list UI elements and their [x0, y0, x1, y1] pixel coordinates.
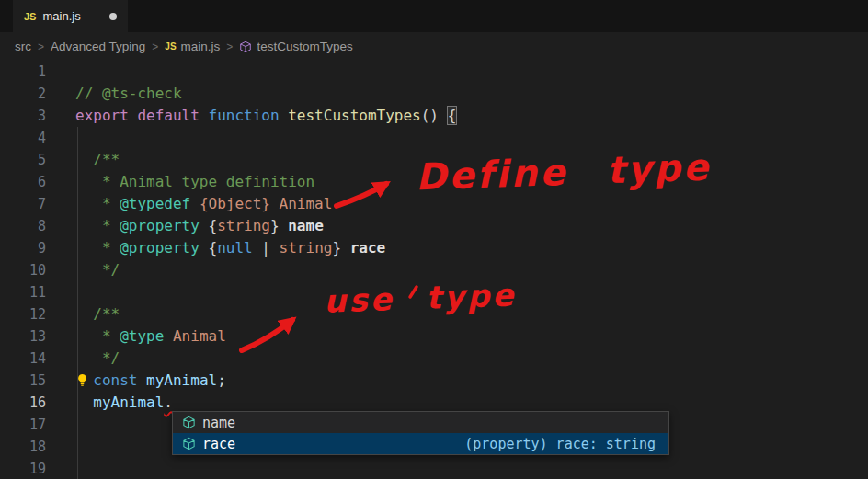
- code-text: */: [46, 348, 120, 370]
- line-number: 15: [0, 372, 46, 389]
- code-line-9[interactable]: 9 * @property {null | string} race: [0, 237, 868, 259]
- line-number: 8: [0, 218, 46, 234]
- chevron-right-icon: >: [38, 40, 44, 53]
- suggest-item-name[interactable]: name: [173, 412, 668, 433]
- code-line-15[interactable]: 15 const myAnimal;: [0, 370, 868, 392]
- line-number: 11: [0, 284, 46, 301]
- code-line-4[interactable]: 4: [0, 127, 868, 149]
- breadcrumb-main-js[interactable]: JS main.js: [165, 40, 220, 53]
- javascript-icon: JS: [165, 41, 176, 51]
- code-text: export default function testCustomTypes(…: [46, 105, 456, 127]
- line-number: 19: [0, 461, 46, 477]
- line-number: 4: [0, 130, 46, 146]
- line-number: 17: [0, 416, 46, 433]
- line-number: 14: [0, 350, 46, 367]
- code-line-1[interactable]: 1: [0, 61, 868, 83]
- code-text: myAnimal.: [46, 392, 173, 414]
- line-number: 9: [0, 240, 46, 257]
- line-number: 10: [0, 262, 46, 279]
- breadcrumb: src > Advanced Typing > JS main.js > tes…: [0, 32, 868, 61]
- code-line-12[interactable]: 12 /**: [0, 303, 868, 325]
- breadcrumb-label: main.js: [181, 40, 221, 53]
- code-line-6[interactable]: 6 * Animal type definition: [0, 171, 868, 193]
- code-line-8[interactable]: 8 * @property {string} name: [0, 215, 868, 237]
- code-line-7[interactable]: 7 * @typedef {Object} Animal: [0, 193, 868, 215]
- code-text: /**: [46, 149, 120, 171]
- suggest-label: race: [202, 436, 235, 452]
- tab-bar: JS main.js: [0, 0, 868, 32]
- line-number: 5: [0, 152, 46, 168]
- tab-title: main.js: [42, 9, 80, 23]
- breadcrumb-label: src: [15, 40, 31, 53]
- chevron-right-icon: >: [152, 40, 158, 53]
- code-line-11[interactable]: 11: [0, 281, 868, 303]
- tab-main-js[interactable]: JS main.js: [13, 0, 128, 32]
- line-number: 12: [0, 306, 46, 323]
- code-text: * Animal type definition: [46, 171, 314, 193]
- breadcrumb-label: Advanced Typing: [51, 40, 145, 53]
- code-line-13[interactable]: 13 * @type Animal: [0, 325, 868, 348]
- suggest-widget: name race (property) race: string: [172, 411, 669, 455]
- field-icon: [182, 416, 196, 429]
- vscode-window: JS main.js src > Advanced Typing > JS ma…: [0, 0, 868, 479]
- code-line-2[interactable]: 2// @ts-check: [0, 83, 868, 105]
- line-number: 3: [0, 108, 46, 124]
- javascript-icon: JS: [24, 11, 36, 22]
- code-line-10[interactable]: 10 */: [0, 259, 868, 281]
- line-number: 6: [0, 174, 46, 190]
- modified-indicator[interactable]: [109, 13, 117, 20]
- suggest-item-race[interactable]: race (property) race: string: [173, 433, 668, 454]
- code-text: */: [46, 259, 120, 281]
- code-line-14[interactable]: 14 */: [0, 348, 868, 370]
- code-line-5[interactable]: 5 /**: [0, 149, 868, 171]
- code-line-3[interactable]: 3export default function testCustomTypes…: [0, 105, 868, 127]
- line-number: 13: [0, 328, 46, 345]
- code-text: * @type Animal: [46, 325, 226, 348]
- symbol-method-icon: [239, 40, 252, 53]
- breadcrumb-advanced-typing[interactable]: Advanced Typing: [51, 40, 145, 53]
- line-number: 16: [0, 394, 46, 411]
- code-text: * @property {null | string} race: [46, 237, 385, 259]
- suggest-detail: (property) race: string: [464, 436, 659, 452]
- breadcrumb-test-custom-types[interactable]: testCustomTypes: [239, 40, 352, 53]
- line-number: 7: [0, 196, 46, 212]
- breadcrumb-label: testCustomTypes: [257, 40, 352, 53]
- code-line-19[interactable]: 19: [0, 458, 868, 479]
- code-text: /**: [46, 303, 120, 325]
- line-number: 1: [0, 63, 46, 80]
- lightbulb-icon[interactable]: [75, 373, 89, 387]
- code-text: * @property {string} name: [46, 215, 324, 237]
- line-number: 18: [0, 439, 46, 455]
- code-text: const myAnimal;: [46, 370, 226, 392]
- field-icon: [182, 437, 196, 450]
- code-text: * @typedef {Object} Animal: [46, 193, 332, 215]
- line-number: 2: [0, 86, 46, 102]
- suggest-label: name: [202, 415, 235, 431]
- breadcrumb-src[interactable]: src: [15, 40, 31, 53]
- code-text: // @ts-check: [46, 83, 182, 105]
- chevron-right-icon: >: [226, 40, 233, 53]
